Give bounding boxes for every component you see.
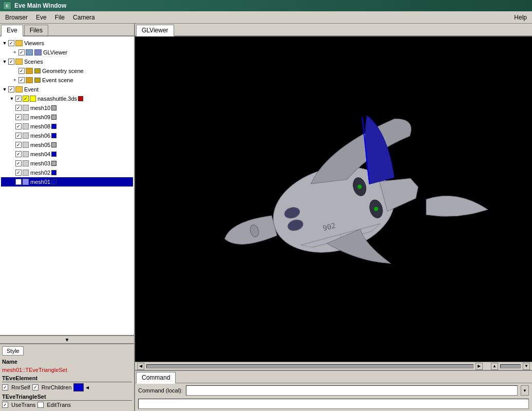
scroll-left-btn[interactable]: ◀: [137, 363, 144, 370]
check-shuttle[interactable]: [15, 96, 22, 102]
cmd-full-input[interactable]: [138, 399, 529, 409]
scroll-track-h[interactable]: [146, 364, 473, 368]
geo-label: Geometry scene: [42, 68, 84, 74]
check-mesh05[interactable]: [15, 142, 22, 148]
tree-scenes: ▼ Scenes: [1, 57, 133, 66]
tree-glviewer: + GLViewer: [1, 48, 133, 57]
expand-glviewer[interactable]: +: [11, 49, 18, 56]
mesh06-label: mesh06: [30, 133, 50, 139]
mesh03-label: mesh03: [30, 160, 50, 166]
tab-glviewer[interactable]: GLViewer: [136, 25, 174, 36]
style-tab[interactable]: Style: [2, 346, 24, 356]
color-swatch[interactable]: [73, 383, 84, 391]
cmd-input[interactable]: [186, 385, 518, 396]
check-scenes[interactable]: [8, 59, 14, 65]
check-rnrchildren[interactable]: [32, 384, 39, 390]
expand-shuttle[interactable]: ▼: [8, 95, 15, 102]
scroll-up-btn[interactable]: ▲: [491, 363, 498, 370]
check-mesh08[interactable]: [15, 123, 22, 129]
folder-geo-icon: [26, 68, 33, 74]
tree-geometry-scene: Geometry scene: [1, 66, 133, 76]
tree-mesh01[interactable]: mesh01: [1, 177, 133, 186]
check-rnrself[interactable]: [2, 384, 8, 390]
scroll-right-btn[interactable]: ▶: [476, 363, 483, 370]
mesh01-label: mesh01: [30, 179, 50, 185]
tab-eve[interactable]: Eve: [1, 25, 23, 36]
name-value: mesh01::TEveTriangleSet: [2, 367, 67, 373]
cmd-tab-bar: Command: [135, 371, 532, 383]
file-mesh04: [23, 151, 29, 157]
mesh01-color: [51, 179, 56, 184]
menu-eve[interactable]: Eve: [32, 13, 51, 22]
rnrself-label: RnrSelf: [11, 384, 30, 390]
shuttle-label: nasashuttle.3ds: [37, 96, 77, 102]
check-mesh10[interactable]: [15, 105, 22, 111]
gear-glviewer-icon: [26, 49, 33, 55]
file-mesh03: [23, 160, 29, 166]
check-shuttle2[interactable]: [23, 96, 29, 102]
check-mesh09[interactable]: [15, 114, 22, 120]
check-evtscene[interactable]: [18, 77, 25, 83]
tab-files[interactable]: Files: [24, 25, 48, 35]
gl-canvas[interactable]: 902: [135, 36, 532, 362]
folder-scenes-icon: [15, 59, 23, 65]
check-mesh06[interactable]: [15, 133, 22, 139]
color-arrow[interactable]: ◀: [86, 385, 89, 390]
scroll-down-btn[interactable]: ▼: [523, 363, 530, 370]
mesh02-label: mesh02: [30, 170, 50, 176]
rnrchildren-label: RnrChildren: [42, 384, 72, 390]
check-mesh03[interactable]: [15, 160, 22, 166]
style-panel: Style Name mesh01::TEveTriangleSet TEveE…: [0, 343, 134, 411]
gl-scrollbar: ◀ ▶ ▲ ▼: [135, 362, 532, 370]
mesh10-label: mesh10: [30, 105, 50, 111]
tree-mesh04: mesh04: [1, 150, 133, 159]
name-row: Name: [2, 359, 132, 365]
expand-viewers[interactable]: ▼: [1, 40, 8, 47]
check-viewers[interactable]: [8, 40, 14, 46]
tree-mesh10: mesh10: [1, 103, 133, 113]
menu-file[interactable]: File: [51, 13, 69, 22]
scroll-down-arrow[interactable]: ▼: [0, 335, 134, 344]
mesh08-color: [51, 124, 56, 129]
folder-viewers-icon: [15, 40, 23, 46]
viewers-label: Viewers: [24, 40, 44, 46]
check-edittrans[interactable]: [37, 402, 44, 408]
expand-evtscene[interactable]: +: [11, 77, 18, 84]
tab-command[interactable]: Command: [136, 372, 176, 384]
expand-scenes[interactable]: ▼: [1, 58, 8, 65]
expand-event[interactable]: ▼: [1, 86, 8, 93]
scroll-track-v[interactable]: [500, 364, 521, 368]
check-geo[interactable]: [18, 68, 25, 74]
tree-area[interactable]: ▼ Viewers + GLViewer ▼ Scenes: [0, 36, 134, 335]
mesh05-label: mesh05: [30, 142, 50, 148]
cmd-local-label: Command (local):: [138, 387, 183, 394]
check-glviewer[interactable]: [18, 49, 25, 55]
file-mesh09: [23, 114, 29, 120]
file-mesh10: [23, 105, 29, 111]
gear-glviewer-icon2: [34, 49, 42, 55]
cmd-dropdown-btn[interactable]: ▼: [521, 385, 529, 396]
mesh06-color: [51, 133, 56, 138]
tree-mesh06: mesh06: [1, 131, 133, 140]
tree-shuttle: ▼ nasashuttle.3ds: [1, 94, 133, 103]
usetrans-label: UseTrans: [11, 402, 35, 408]
tree-mesh02: mesh02: [1, 168, 133, 177]
file-mesh01: [23, 179, 29, 185]
menu-camera[interactable]: Camera: [69, 13, 99, 22]
expand-geo[interactable]: [11, 67, 18, 74]
file-mesh08: [23, 123, 29, 129]
menu-help[interactable]: Help: [510, 13, 531, 22]
check-mesh02[interactable]: [15, 170, 22, 176]
check-mesh04[interactable]: [15, 151, 22, 157]
style-tab-bar: Style: [2, 346, 132, 356]
cmd-row: Command (local): ▼: [135, 383, 532, 398]
app-icon: E: [3, 2, 11, 10]
tree-event-scene: + Event scene: [1, 76, 133, 85]
menu-browser[interactable]: Browser: [1, 13, 32, 22]
folder-event-icon: [15, 86, 23, 92]
evtscene-label: Event scene: [42, 77, 73, 83]
check-mesh01[interactable]: [15, 179, 22, 185]
check-event[interactable]: [8, 86, 14, 92]
menu-bar: Browser Eve File Camera Help: [0, 11, 532, 24]
check-usetrans[interactable]: [2, 402, 8, 408]
